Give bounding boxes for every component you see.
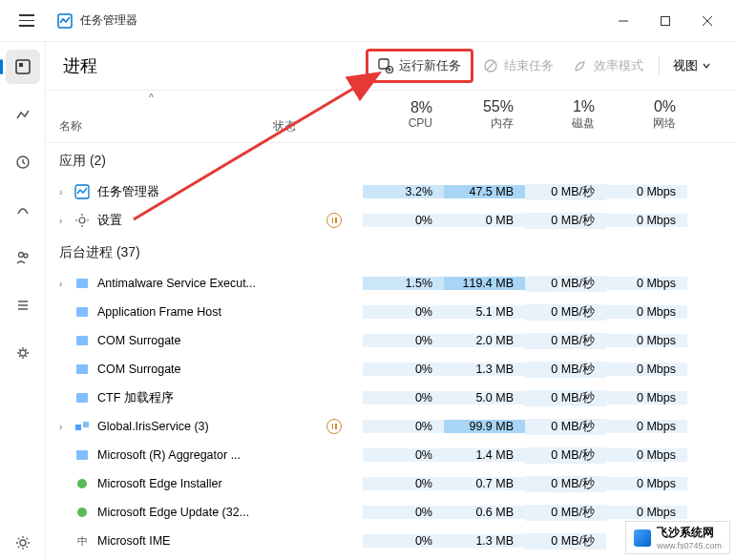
chevron-down-icon	[702, 61, 711, 71]
app-icon	[57, 13, 73, 29]
run-task-icon	[378, 58, 393, 73]
view-dropdown[interactable]: 视图	[665, 52, 719, 80]
process-row[interactable]: ›COM Surrogate 0% 2.0 MB 0 MB/秒 0 Mbps	[46, 326, 736, 355]
maximize-button[interactable]	[644, 2, 686, 40]
end-task-button[interactable]: 结束任务	[473, 52, 563, 80]
suspended-icon	[326, 419, 342, 434]
svg-point-8	[18, 253, 23, 258]
gear-icon	[74, 213, 90, 228]
process-icon	[74, 362, 90, 377]
background-group-header: 后台进程 (37)	[46, 235, 736, 269]
svg-point-31	[77, 479, 87, 488]
app-title: 任务管理器	[80, 12, 602, 29]
toolbar-separator	[659, 56, 660, 75]
svg-rect-23	[76, 279, 88, 288]
process-icon: 中	[74, 533, 90, 549]
svg-rect-26	[76, 364, 88, 374]
nav-app-history[interactable]	[6, 145, 40, 179]
svg-point-9	[24, 254, 28, 258]
process-list: 应用 (2) ›任务管理器 3.2% 47.5 MB 0 MB/秒 0 Mbps…	[46, 143, 736, 560]
process-row[interactable]: ›Application Frame Host 0% 5.1 MB 0 MB/秒…	[46, 298, 736, 326]
end-task-icon	[483, 58, 498, 73]
process-icon	[74, 276, 90, 291]
svg-point-13	[20, 350, 26, 356]
minimize-button[interactable]	[602, 2, 644, 40]
efficiency-mode-button[interactable]: 效率模式	[563, 52, 653, 80]
process-row[interactable]: ›任务管理器 3.2% 47.5 MB 0 MB/秒 0 Mbps	[46, 177, 736, 206]
close-button[interactable]	[686, 2, 728, 40]
nav-processes[interactable]	[6, 50, 40, 84]
nav-details[interactable]	[6, 288, 40, 322]
titlebar: 任务管理器	[0, 0, 736, 42]
process-icon	[74, 505, 90, 520]
apps-group-header: 应用 (2)	[46, 143, 736, 177]
process-row[interactable]: ›Microsoft Network Realtim... 0% 5.0 MB …	[46, 555, 736, 560]
process-row[interactable]: ›Microsoft (R) Aggregator ... 0% 1.4 MB …	[46, 441, 736, 469]
page-title: 进程	[63, 54, 366, 77]
svg-rect-2	[662, 16, 670, 25]
svg-rect-27	[76, 393, 88, 403]
expand-icon[interactable]: ›	[59, 216, 71, 226]
process-icon	[74, 390, 90, 405]
column-network[interactable]: 0% 网络	[606, 91, 687, 142]
process-row[interactable]: ›设置 0% 0 MB 0 MB/秒 0 Mbps	[46, 206, 736, 235]
column-status[interactable]: 状态	[273, 91, 363, 142]
leaf-icon	[573, 58, 588, 73]
column-cpu[interactable]: 8% CPU	[363, 91, 444, 142]
nav-performance[interactable]	[6, 97, 40, 132]
process-icon	[74, 304, 90, 320]
svg-text:中: 中	[77, 535, 88, 547]
process-icon	[74, 184, 90, 199]
expand-icon[interactable]: ›	[59, 422, 71, 432]
column-headers: ^ 名称 状态 8% CPU 55% 内存 1% 磁盘 0% 网络	[46, 91, 736, 143]
svg-rect-6	[19, 63, 23, 67]
nav-users[interactable]	[6, 240, 40, 275]
watermark-logo	[634, 529, 651, 547]
nav-services[interactable]	[6, 336, 40, 370]
sidebar	[0, 42, 46, 560]
svg-line-3	[703, 16, 712, 26]
svg-point-32	[77, 508, 87, 517]
svg-point-22	[79, 218, 85, 223]
process-row[interactable]: ›Antimalware Service Execut... 1.5% 119.…	[46, 269, 736, 298]
process-icon	[74, 419, 90, 434]
svg-line-20	[487, 62, 494, 70]
toolbar: 进程 运行新任务 结束任务 效率模式 视图	[46, 42, 736, 91]
sort-caret-icon: ^	[149, 93, 154, 103]
suspended-icon	[326, 213, 342, 228]
expand-icon[interactable]: ›	[59, 187, 71, 197]
column-memory[interactable]: 55% 内存	[444, 91, 525, 142]
svg-rect-28	[75, 425, 81, 430]
svg-point-14	[20, 540, 26, 546]
process-row[interactable]: ›Microsoft Edge Installer 0% 0.7 MB 0 MB…	[46, 469, 736, 498]
column-name[interactable]: ^ 名称	[46, 91, 273, 142]
svg-line-4	[703, 16, 712, 26]
process-icon	[74, 476, 90, 491]
nav-startup[interactable]	[6, 193, 40, 227]
process-icon	[74, 447, 90, 463]
run-new-task-button[interactable]: 运行新任务	[366, 49, 473, 83]
svg-rect-24	[76, 307, 88, 317]
watermark: 飞沙系统网 www.fs0745.com	[625, 521, 730, 554]
process-row[interactable]: ›CTF 加载程序 0% 5.0 MB 0 MB/秒 0 Mbps	[46, 384, 736, 412]
nav-settings[interactable]	[6, 526, 40, 560]
expand-icon[interactable]: ›	[59, 279, 71, 289]
process-row[interactable]: ›COM Surrogate 0% 1.3 MB 0 MB/秒 0 Mbps	[46, 355, 736, 384]
column-disk[interactable]: 1% 磁盘	[525, 91, 606, 142]
svg-rect-25	[76, 336, 88, 345]
process-row[interactable]: ›Global.IrisService (3) 0% 99.9 MB 0 MB/…	[46, 412, 736, 441]
process-icon	[74, 333, 90, 348]
menu-hamburger-button[interactable]	[8, 2, 46, 40]
svg-rect-30	[76, 450, 88, 460]
svg-rect-29	[83, 422, 89, 427]
